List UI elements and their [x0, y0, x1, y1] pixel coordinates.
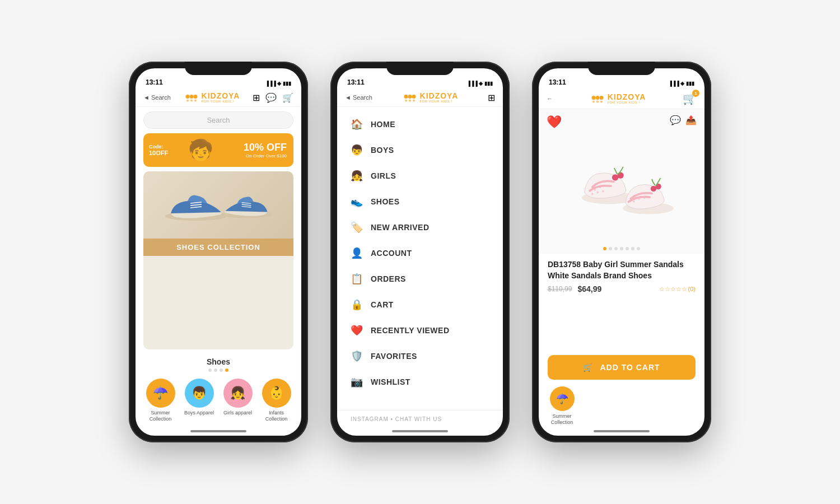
- pdot-5: [626, 247, 629, 250]
- svg-point-23: [592, 101, 595, 103]
- logo-text-3: KIDZOYA FOR YOUR KIDS !: [608, 93, 646, 104]
- star-icons-3: ☆☆☆☆☆: [659, 286, 687, 293]
- share-btn-3[interactable]: 📤: [685, 115, 697, 125]
- home-indicator-2: [392, 430, 448, 432]
- svg-point-39: [638, 198, 640, 200]
- menu-orders[interactable]: 📋 ORDERS: [337, 266, 503, 292]
- logo-3: KIDZOYA FOR YOUR KIDS !: [590, 93, 646, 104]
- nav-icons-1: ⊞ 💬 🛒: [253, 92, 293, 103]
- cat-summer-1[interactable]: ☂️ SummerCollection: [145, 379, 176, 422]
- message-btn-3[interactable]: 💬: [670, 115, 681, 125]
- menu-new-arrived[interactable]: 🏷️ NEW ARRIVED: [337, 214, 503, 240]
- promo-banner-1: Code: 10OFF 🧒 10% OFF On Order Over $100: [143, 133, 293, 167]
- svg-point-29: [594, 189, 596, 191]
- cart-btn-icon-3: 🛒: [583, 363, 593, 372]
- banner-code-label-1: Code:: [149, 144, 168, 150]
- logo-1: KIDZOYA FOR YOUR KIDS !: [184, 92, 240, 103]
- cat-label-summer-1: SummerCollection: [150, 410, 172, 422]
- menu-home[interactable]: 🏠 HOME: [337, 111, 503, 137]
- status-icons-2: ▐▐▐ ◈ ▮▮▮: [467, 81, 493, 86]
- status-icons-3: ▐▐▐ ◈ ▮▮▮: [669, 81, 694, 86]
- nav-bar-2: ◄ Search KIDZOYA FOR YOUR KIDS ! ⊞: [337, 88, 503, 107]
- dot-1: [208, 368, 212, 372]
- banner-offer-1: 10% OFF On Order Over $100: [244, 142, 287, 158]
- grid-icon-2[interactable]: ⊞: [488, 92, 495, 103]
- menu-wishlist[interactable]: 📷 WISHLIST: [337, 369, 503, 395]
- cat-label-girls-1: Girls apparel: [223, 410, 252, 416]
- back-button-2[interactable]: ◄ Search: [345, 94, 372, 101]
- stars-3: ☆☆☆☆☆ (0): [659, 286, 696, 293]
- heart-button-3[interactable]: ❤️: [547, 115, 562, 129]
- section-title-1: Shoes: [136, 354, 301, 368]
- pdot-4: [620, 247, 623, 250]
- shoes-label-1: SHOES COLLECTION: [143, 239, 293, 256]
- home-icon: 🏠: [351, 118, 363, 130]
- product-sandal-svg: [568, 132, 675, 221]
- cat-circle-infants-1: 👶: [262, 379, 291, 408]
- svg-point-5: [194, 100, 196, 102]
- time-1: 13:11: [146, 78, 163, 86]
- message-icon-1[interactable]: 💬: [265, 92, 277, 103]
- dot-2: [214, 368, 217, 372]
- search-bar-1[interactable]: Search: [143, 111, 293, 129]
- add-to-cart-label-3: ADD TO CART: [600, 363, 660, 372]
- back-button-3[interactable]: ←: [547, 95, 553, 102]
- back-button-1[interactable]: ◄ Search: [143, 94, 171, 101]
- home-indicator-3: [594, 430, 650, 432]
- banner-desc-1: On Order Over $100: [244, 153, 287, 158]
- svg-point-40: [643, 197, 646, 199]
- nav-icons-3: 🛒 1: [683, 92, 697, 105]
- cart-badge-3[interactable]: 🛒 1: [683, 92, 697, 105]
- nav-bar-3: ← KIDZOYA FOR YOUR KIDS ! 🛒: [539, 88, 704, 109]
- banner-percent-1: 10% OFF: [244, 142, 287, 153]
- svg-point-1: [189, 95, 193, 99]
- notch-1: [185, 62, 252, 75]
- pdot-7: [637, 247, 640, 250]
- menu-boys[interactable]: 👦 BOYS: [337, 137, 503, 163]
- logo-sub-2: FOR YOUR KIDS !: [420, 100, 459, 103]
- menu-wishlist-label: WISHLIST: [371, 377, 410, 386]
- menu-girls-label: GIRLS: [371, 171, 396, 180]
- cat-summer-3[interactable]: ☂️ SummerCollection: [547, 386, 577, 426]
- logo-icon-3: [590, 93, 605, 104]
- logo-main-2: KIDZOYA: [420, 92, 459, 100]
- product-actions-3: 💬 📤: [670, 115, 697, 125]
- menu-recently-label: RECENTLY VIEWED: [371, 326, 450, 335]
- svg-point-32: [591, 193, 594, 195]
- notch-2: [386, 62, 454, 75]
- girls-icon: 👧: [351, 170, 363, 182]
- old-price-3: $110,99: [548, 285, 572, 293]
- add-to-cart-button-3[interactable]: 🛒 ADD TO CART: [548, 355, 696, 380]
- menu-cart[interactable]: 🔒 CART: [337, 292, 503, 318]
- shoes-image-1: [143, 171, 293, 239]
- cart-icon-1[interactable]: 🛒: [282, 92, 293, 103]
- svg-point-28: [617, 172, 623, 178]
- grid-icon-1[interactable]: ⊞: [253, 92, 260, 103]
- screen-3: 13:11 ▐▐▐ ◈ ▮▮▮ ← KIDZOYA FOR YOUR KI: [539, 68, 704, 436]
- shoes-section-1[interactable]: SHOES COLLECTION: [143, 171, 293, 349]
- svg-point-19: [412, 100, 414, 102]
- cat-boys-1[interactable]: 👦 Boys Apparel: [184, 379, 214, 422]
- cat-infants-1[interactable]: 👶 InfantsCollection: [261, 379, 292, 422]
- product-dots-3: [539, 244, 704, 254]
- menu-girls[interactable]: 👧 GIRLS: [337, 163, 503, 189]
- logo-text-2: KIDZOYA FOR YOUR KIDS !: [420, 92, 459, 103]
- menu-favorites[interactable]: 🛡️ FAVORITES: [337, 343, 503, 369]
- phone-3: 13:11 ▐▐▐ ◈ ▮▮▮ ← KIDZOYA FOR YOUR KI: [532, 62, 711, 442]
- boys-icon: 👦: [351, 144, 363, 156]
- time-2: 13:11: [347, 78, 365, 86]
- menu-shoes[interactable]: 👟 SHOES: [337, 189, 503, 214]
- svg-point-16: [412, 95, 416, 99]
- cat-label-boys-1: Boys Apparel: [184, 410, 214, 416]
- menu-account[interactable]: 👤 ACCOUNT: [337, 240, 503, 266]
- menu-recently-viewed[interactable]: ❤️ RECENTLY VIEWED: [337, 318, 503, 343]
- cat-label-summer-3: SummerCollection: [551, 413, 573, 426]
- nav-icons-2: ⊞: [488, 92, 495, 103]
- svg-point-30: [599, 186, 601, 188]
- svg-point-34: [602, 190, 604, 193]
- screen-2: 13:11 ▐▐▐ ◈ ▮▮▮ ◄ Search KIDZOYA FOR: [337, 68, 503, 436]
- banner-figure-1: 🧒: [188, 138, 213, 162]
- screen-1: 13:11 ▐▐▐ ◈ ▮▮▮ ◄ Search KIDZOYA FOR: [136, 68, 301, 436]
- cat-girls-1[interactable]: 👧 Girls apparel: [222, 379, 253, 422]
- menu-boys-label: BOYS: [371, 146, 394, 155]
